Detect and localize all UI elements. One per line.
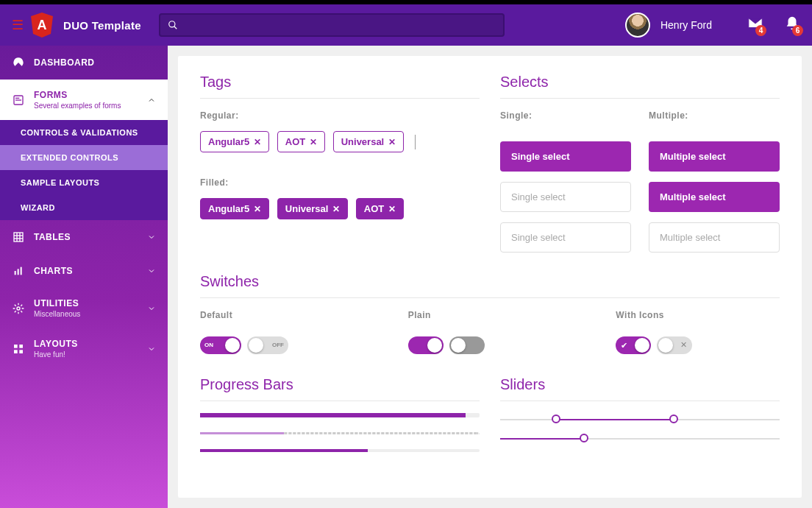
search-input[interactable] xyxy=(182,20,496,31)
section-title-selects: Selects xyxy=(500,74,780,99)
sidebar-item-subtext: Miscellaneous xyxy=(34,310,138,318)
sidebar-sub-controls[interactable]: CONTROLS & VALIDATIONS xyxy=(0,120,168,145)
svg-rect-11 xyxy=(18,269,19,275)
switch-plain-on[interactable] xyxy=(408,336,444,354)
sidebar-item-subtext: Several examples of forms xyxy=(34,102,138,110)
svg-rect-14 xyxy=(14,345,18,348)
svg-rect-17 xyxy=(19,350,23,353)
check-icon: ✔ xyxy=(621,341,627,350)
section-title-progress: Progress Bars xyxy=(200,376,480,401)
svg-rect-4 xyxy=(15,99,21,100)
messages-icon[interactable]: 4 xyxy=(747,15,763,35)
tags-regular-label: Regular: xyxy=(200,110,480,121)
notifications-icon[interactable]: 6 xyxy=(784,15,800,35)
remove-tag-icon[interactable]: ✕ xyxy=(388,204,396,214)
sidebar-sub-sample[interactable]: SAMPLE LAYOUTS xyxy=(0,170,168,195)
svg-rect-16 xyxy=(14,350,18,353)
tag[interactable]: AOT✕ xyxy=(356,198,404,219)
sidebar-item-label: UTILITIES xyxy=(34,298,79,308)
switch-icon-off[interactable]: ✕ xyxy=(657,336,692,354)
svg-rect-10 xyxy=(15,271,16,275)
sidebar-item-label: LAYOUTS xyxy=(34,339,78,349)
svg-point-0 xyxy=(169,21,175,27)
notifications-badge: 6 xyxy=(792,25,803,36)
tag[interactable]: Universal✕ xyxy=(277,198,349,219)
forms-icon xyxy=(12,94,25,107)
multiple-select[interactable]: Multiple select xyxy=(649,182,780,212)
single-select[interactable]: Single select xyxy=(500,182,631,212)
slider-handle[interactable] xyxy=(580,434,588,442)
chevron-down-icon xyxy=(147,345,156,353)
tag[interactable]: AOT✕ xyxy=(277,131,325,152)
switch-default-label: Default xyxy=(200,310,364,320)
avatar[interactable] xyxy=(625,13,650,38)
progress-bar xyxy=(200,432,480,434)
messages-badge: 4 xyxy=(755,25,766,36)
tag[interactable]: Angular5✕ xyxy=(200,198,269,219)
sidebar-item-dashboard[interactable]: DASHBOARD xyxy=(0,46,168,80)
switch-plain-label: Plain xyxy=(408,310,572,320)
sidebar-sub-extended[interactable]: EXTENDED CONTROLS xyxy=(0,145,168,170)
tables-icon xyxy=(12,230,25,244)
multiple-select-label: Multiple: xyxy=(649,110,780,121)
svg-line-1 xyxy=(174,27,177,29)
remove-tag-icon[interactable]: ✕ xyxy=(254,204,261,214)
sidebar-sub-wizard[interactable]: WIZARD xyxy=(0,195,168,220)
switch-plain-off[interactable] xyxy=(449,336,485,354)
sidebar-item-label: CHARTS xyxy=(34,266,138,276)
chevron-down-icon xyxy=(147,267,156,275)
charts-icon xyxy=(12,264,25,278)
tags-filled-label: Filled: xyxy=(200,177,480,188)
remove-tag-icon[interactable]: ✕ xyxy=(332,204,340,214)
multiple-select[interactable]: Multiple select xyxy=(649,222,780,253)
svg-rect-12 xyxy=(21,267,22,275)
section-title-sliders: Sliders xyxy=(500,376,780,401)
tag-input-cursor[interactable] xyxy=(415,135,416,149)
svg-rect-15 xyxy=(19,345,23,348)
dashboard-icon xyxy=(12,56,25,69)
brand-title: DUO Template xyxy=(63,19,141,32)
sidebar-item-forms[interactable]: FORMS Several examples of forms xyxy=(0,80,168,120)
switch-icon-on[interactable]: ✔ xyxy=(616,336,651,354)
sidebar-item-label: TABLES xyxy=(34,232,138,242)
slider-handle[interactable] xyxy=(552,414,560,423)
single-select[interactable]: Single select xyxy=(500,141,631,172)
svg-point-13 xyxy=(17,307,20,310)
remove-tag-icon[interactable]: ✕ xyxy=(388,137,396,147)
tag[interactable]: Universal✕ xyxy=(333,131,405,152)
sidebar-item-subtext: Have fun! xyxy=(34,350,138,359)
gear-icon xyxy=(12,302,25,315)
sidebar-item-utilities[interactable]: UTILITIES Miscellaneous xyxy=(0,288,168,328)
chevron-down-icon xyxy=(147,304,156,313)
svg-rect-5 xyxy=(14,233,23,241)
sidebar-item-label: DASHBOARD xyxy=(34,57,156,68)
multiple-select[interactable]: Multiple select xyxy=(649,141,780,172)
search-box[interactable] xyxy=(159,13,505,37)
sidebar-item-charts[interactable]: CHARTS xyxy=(0,254,168,288)
tag[interactable]: Angular5✕ xyxy=(200,131,269,152)
sidebar-item-label: FORMS xyxy=(34,90,68,100)
remove-tag-icon[interactable]: ✕ xyxy=(254,137,261,147)
grid-icon xyxy=(12,342,25,356)
username: Henry Ford xyxy=(660,19,712,31)
logo-icon: A xyxy=(31,13,53,38)
sidebar-item-layouts[interactable]: LAYOUTS Have fun! xyxy=(0,328,168,369)
section-title-tags: Tags xyxy=(200,74,480,99)
sidebar-item-tables[interactable]: TABLES xyxy=(0,220,168,254)
progress-bar xyxy=(200,413,480,417)
chevron-down-icon xyxy=(147,233,156,241)
single-slider[interactable] xyxy=(500,438,780,440)
single-select-label: Single: xyxy=(500,110,631,121)
single-select[interactable]: Single select xyxy=(500,222,631,253)
close-icon: ✕ xyxy=(680,340,687,350)
switch-default-off[interactable] xyxy=(247,336,288,354)
slider-handle[interactable] xyxy=(669,414,678,423)
search-icon xyxy=(168,20,178,30)
switch-icons-label: With Icons xyxy=(616,310,780,320)
menu-toggle-icon[interactable]: ☰ xyxy=(12,17,24,33)
section-title-switches: Switches xyxy=(200,273,780,298)
range-slider[interactable] xyxy=(500,419,780,420)
svg-rect-3 xyxy=(15,97,19,98)
switch-default-on[interactable] xyxy=(200,336,241,354)
remove-tag-icon[interactable]: ✕ xyxy=(310,137,317,147)
